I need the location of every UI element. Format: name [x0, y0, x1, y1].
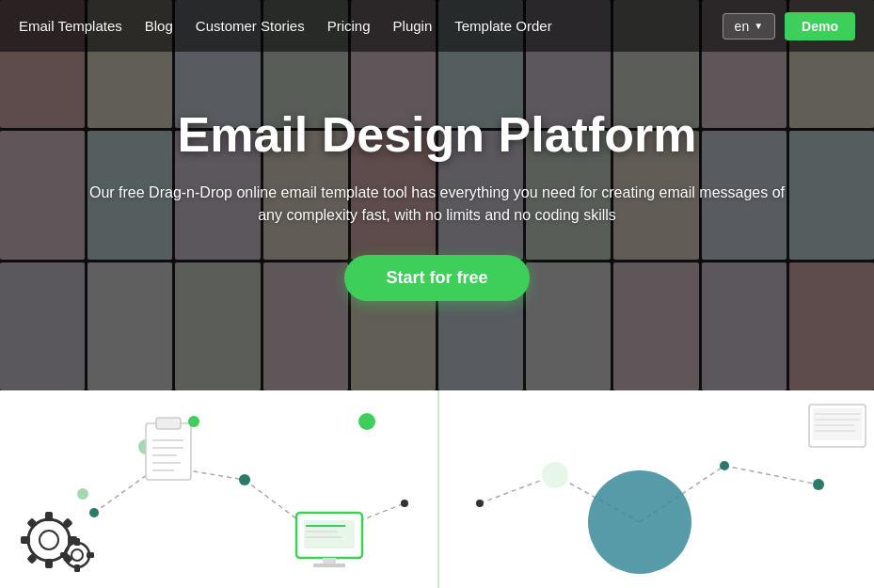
hero-content: Email Design Platform Our free Drag-n-Dr… — [42, 108, 833, 300]
illustration — [0, 390, 874, 588]
svg-point-16 — [813, 479, 824, 490]
hero-section: Email Design Platform Our free Drag-n-Dr… — [0, 0, 874, 390]
svg-line-5 — [555, 475, 640, 522]
svg-rect-22 — [68, 536, 77, 544]
svg-rect-19 — [45, 512, 53, 521]
start-free-button[interactable]: Start for free — [344, 255, 529, 301]
svg-rect-50 — [313, 564, 345, 567]
svg-line-3 — [320, 503, 405, 536]
svg-rect-51 — [809, 405, 866, 447]
svg-rect-20 — [45, 559, 53, 568]
svg-point-9 — [239, 474, 250, 485]
svg-rect-45 — [304, 520, 355, 548]
svg-line-1 — [160, 466, 245, 480]
nav-link-pricing[interactable]: Pricing — [327, 18, 371, 34]
svg-point-8 — [89, 508, 99, 517]
svg-rect-29 — [74, 538, 80, 546]
svg-rect-32 — [87, 552, 94, 558]
svg-rect-44 — [296, 513, 362, 558]
svg-rect-35 — [146, 423, 191, 480]
svg-point-42 — [188, 416, 199, 427]
svg-point-14 — [542, 462, 568, 488]
nav-link-plugin[interactable]: Plugin — [393, 18, 433, 34]
svg-point-11 — [401, 500, 408, 507]
svg-rect-52 — [813, 408, 862, 440]
navbar: Email Templates Blog Customer Stories Pr… — [0, 0, 874, 52]
svg-point-12 — [476, 500, 484, 507]
svg-rect-49 — [323, 558, 336, 564]
svg-rect-25 — [26, 553, 37, 564]
nav-right: en ▼ Demo — [723, 12, 855, 40]
nav-links: Email Templates Blog Customer Stories Pr… — [19, 18, 723, 34]
svg-point-33 — [77, 488, 88, 500]
svg-point-28 — [72, 549, 83, 561]
chevron-down-icon: ▼ — [754, 21, 763, 31]
svg-point-27 — [65, 543, 89, 567]
nav-link-customer-stories[interactable]: Customer Stories — [196, 18, 305, 34]
svg-rect-36 — [156, 418, 181, 429]
svg-line-7 — [724, 466, 818, 485]
bottom-section — [0, 390, 874, 588]
hero-title: Email Design Platform — [80, 108, 795, 162]
svg-point-17 — [28, 519, 70, 561]
language-button[interactable]: en ▼ — [723, 13, 775, 40]
svg-point-43 — [358, 413, 375, 430]
svg-point-18 — [40, 531, 58, 549]
svg-rect-30 — [74, 564, 80, 572]
svg-line-0 — [94, 466, 160, 513]
svg-rect-21 — [21, 536, 30, 544]
nav-link-blog[interactable]: Blog — [145, 18, 173, 34]
svg-point-34 — [138, 439, 153, 454]
nav-link-email-templates[interactable]: Email Templates — [19, 18, 122, 34]
svg-line-6 — [640, 466, 724, 522]
language-label: en — [735, 19, 750, 34]
demo-button[interactable]: Demo — [785, 12, 855, 40]
divider-line — [437, 390, 439, 588]
svg-rect-23 — [26, 517, 37, 528]
svg-point-10 — [316, 532, 324, 540]
svg-rect-26 — [62, 553, 72, 564]
svg-point-15 — [720, 461, 729, 470]
svg-rect-31 — [60, 552, 68, 558]
hero-subtitle: Our free Drag-n-Drop online email templa… — [80, 182, 795, 227]
svg-line-4 — [480, 475, 555, 503]
nav-link-template-order[interactable]: Template Order — [454, 18, 551, 34]
svg-point-13 — [588, 470, 691, 574]
svg-rect-24 — [62, 517, 72, 528]
svg-line-2 — [245, 480, 320, 536]
